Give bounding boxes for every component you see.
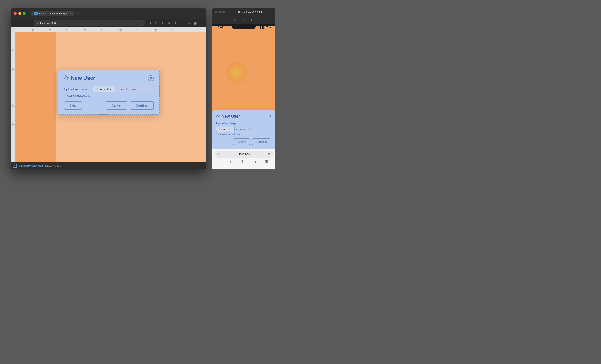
iphone-url-text: localhost [239, 152, 250, 156]
vertical-ruler-svg: 100 200 300 400 500 600 [10, 32, 15, 162]
dialog-mobile-close-button[interactable]: × [269, 114, 271, 118]
mobile-choose-file-button[interactable]: Choose File [216, 127, 235, 132]
iphone-actions-bar: ⌂ □ ↻ [212, 16, 275, 24]
mobile-upload-hint: * Maximum upload 1mb [216, 133, 271, 135]
bookmark-icon[interactable]: ★ [160, 20, 165, 26]
svg-text:400: 400 [12, 104, 14, 107]
iphone-bg-blur [224, 61, 249, 85]
svg-text:800: 800 [154, 29, 157, 30]
svg-point-32 [65, 76, 67, 77]
iphone-status-bar: 10:03 ▌▌▌ ▮ [212, 24, 275, 33]
iphone-screen: 10:03 ▌▌▌ ▮ [212, 24, 275, 149]
svg-text:500: 500 [12, 123, 14, 126]
reader-view-icon[interactable]: ≡ [180, 20, 184, 26]
dialog-mobile: New User × Upload an image Choose File n… [212, 110, 275, 149]
dialog-mobile-title-group: New User [216, 114, 240, 119]
dialog-mobile-body: Upload an image Choose File no file sele… [216, 122, 271, 135]
iphone-body: 10:03 ▌▌▌ ▮ [212, 24, 275, 169]
refresh-button[interactable]: ↺ [27, 20, 32, 26]
mobile-upload-label: Upload an image [216, 122, 271, 125]
extension-icon-1[interactable]: ⊘ [166, 20, 171, 26]
iphone-header-bar: iPhone 13 – iOS 15.4 [212, 8, 275, 16]
dialog-mobile-title: New User [221, 114, 240, 119]
upload-hint: * Maximum upload 1mb [64, 94, 154, 97]
mobile-file-row: Choose File no file selected [216, 127, 271, 132]
iphone-nav-share[interactable]: ⬆ [240, 159, 244, 164]
iphone-traffic-lights [215, 11, 225, 13]
iphone-nav-tabs[interactable]: ⊞ [265, 159, 268, 164]
horizontal-ruler-svg: 100 200 300 400 500 600 700 [15, 27, 206, 32]
upload-label: Upload an image [64, 88, 90, 91]
top-ruler-row: 100 200 300 400 500 600 700 [10, 27, 206, 32]
iphone-status-right: ▌▌▌ ▮ [260, 26, 271, 29]
svg-text:600: 600 [119, 29, 121, 30]
extension-icon-2[interactable]: ✦ [173, 20, 178, 26]
traffic-lights [14, 12, 26, 15]
traffic-light-red[interactable] [14, 12, 17, 15]
iphone-rotate-icon[interactable]: ↻ [251, 18, 254, 22]
browser-tab[interactable]: ⬡ Dialog | GUI Challenges × [31, 10, 74, 16]
mobile-confirm-button[interactable]: Confirm [252, 138, 271, 145]
svg-text:600: 600 [12, 141, 14, 144]
choose-file-button[interactable]: Choose File [93, 86, 115, 92]
iphone-nav-back[interactable]: ‹ [219, 159, 221, 164]
tab-favicon: ⬡ [34, 12, 38, 15]
dialog-close-button[interactable]: × [148, 75, 154, 81]
share-icon[interactable]: ⬆ [153, 20, 158, 26]
svg-text:500: 500 [101, 29, 104, 30]
browser-toolbar: ← → ↺ 🔒 localhost:3000 ⬡ ⬆ ★ ⊘ ✦ ≡ ▭ ⬤ ⋮ [10, 19, 206, 27]
iphone-reload-button[interactable]: ↺ [268, 152, 270, 156]
clear-button[interactable]: Clear [64, 101, 82, 110]
iphone-panel-title: iPhone 13 – iOS 15.4 [226, 11, 272, 14]
dialog-title-group: New User [64, 75, 95, 81]
horizontal-ruler: 100 200 300 400 500 600 700 [15, 27, 206, 32]
browser-window: ⬡ Dialog | GUI Challenges × + ⌄ ← → ↺ 🔒 … [10, 8, 206, 169]
iphone-tl-yellow[interactable] [219, 11, 221, 13]
menu-icon[interactable]: ⋮ [199, 20, 204, 26]
cast-icon[interactable]: ⬤ [192, 20, 197, 26]
screen-icon[interactable]: ▭ [186, 20, 191, 26]
external-link-icon[interactable]: ⬡ [147, 20, 152, 26]
iphone-tl-red[interactable] [215, 11, 217, 13]
window-chevron-icon[interactable]: ⌄ [200, 12, 203, 16]
iphone-nav-bar: ‹ › ⬆ □ ⊞ [215, 158, 273, 165]
back-button[interactable]: ← [13, 20, 18, 26]
svg-text:200: 200 [48, 29, 51, 30]
iphone-url-bar[interactable]: AA localhost ↺ [215, 151, 273, 158]
iphone-signal-icon: ▌▌▌ [260, 26, 265, 28]
svg-text:700: 700 [136, 29, 139, 30]
canvas-area: 100 200 300 400 500 600 [10, 32, 206, 162]
dialog-mobile-footer: Cancel Confirm [216, 138, 271, 145]
dialog-header: New User × [64, 75, 154, 81]
iphone-home-icon[interactable]: ⌂ [233, 18, 236, 22]
toolbar-icons: ⬡ ⬆ ★ ⊘ ✦ ≡ ▭ ⬤ ⋮ [147, 20, 204, 26]
svg-text:100: 100 [31, 29, 34, 30]
confirm-button[interactable]: Confirm [130, 101, 154, 110]
mobile-file-name: no file selected [236, 128, 271, 131]
iphone-nav-bookmarks[interactable]: □ [253, 159, 256, 164]
user-add-icon [64, 75, 69, 81]
iphone-nav-forward[interactable]: › [230, 159, 231, 164]
address-text: localhost:3000 [40, 22, 57, 25]
iphone-tl-green[interactable] [222, 11, 225, 13]
page-canvas: New User × Upload an image Choose File N… [15, 32, 206, 162]
svg-text:900: 900 [171, 29, 174, 30]
iphone-screenshot-icon[interactable]: □ [242, 18, 244, 22]
mobile-cancel-button[interactable]: Cancel [233, 138, 250, 145]
dialog-desktop: New User × Upload an image Choose File N… [58, 70, 160, 115]
iphone-home-indicator [233, 166, 254, 166]
element-label: dialog#MegaDialog [19, 164, 43, 167]
svg-text:400: 400 [83, 29, 87, 30]
traffic-light-green[interactable] [23, 12, 26, 15]
cancel-button[interactable]: Cancel [106, 101, 128, 110]
browser-tab-bar: ⬡ Dialog | GUI Challenges × + [31, 10, 198, 16]
vertical-ruler: 100 200 300 400 500 600 [10, 32, 15, 162]
browser-titlebar: ⬡ Dialog | GUI Challenges × + ⌄ [10, 8, 206, 19]
new-tab-button[interactable]: + [77, 11, 79, 16]
upload-row: Upload an image Choose File No file chos… [64, 86, 154, 92]
address-bar[interactable]: 🔒 localhost:3000 [34, 20, 145, 26]
tab-close-button[interactable]: × [70, 12, 71, 15]
file-name-display: No file chosen [118, 86, 154, 92]
traffic-light-yellow[interactable] [18, 12, 21, 15]
forward-button[interactable]: → [20, 20, 25, 26]
